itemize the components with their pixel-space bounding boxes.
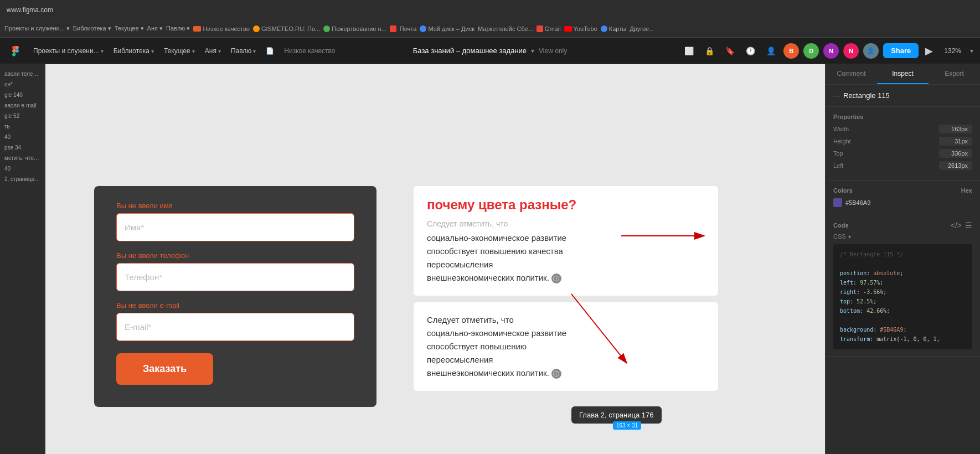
bookmark-10[interactable]: Мой диск – Диск: [420, 25, 474, 32]
element-name-section: — Rectangle 115: [826, 85, 980, 107]
lock-icon[interactable]: 🔒: [702, 44, 718, 58]
nav-current[interactable]: Текущее: [159, 45, 199, 57]
height-label: Height: [833, 138, 851, 145]
share-button[interactable]: Share: [883, 43, 919, 58]
bookmark-11[interactable]: Маркетплейс Сбе...: [478, 25, 533, 32]
code-expand-icon[interactable]: </>: [951, 221, 962, 230]
avatar-b: B: [783, 43, 799, 59]
zoom-chevron[interactable]: ▾: [970, 47, 973, 55]
card2-body: Следует отметить, что социально-экономич…: [427, 313, 705, 380]
play-button[interactable]: ▶: [923, 43, 935, 59]
layer-3[interactable]: gle 140: [0, 90, 45, 100]
bookmark-gmail-icon: [390, 25, 396, 32]
bookmark-12[interactable]: Gmail: [537, 25, 561, 32]
width-value: 163px: [939, 125, 972, 133]
layer-9[interactable]: метить, что с...: [0, 153, 45, 163]
phone-input[interactable]: [116, 263, 354, 291]
info-icon-2[interactable]: ⓘ: [551, 369, 561, 379]
bookmark-other[interactable]: Другое...: [630, 25, 654, 32]
bookmark-1[interactable]: Проекты и служени... ▾: [4, 25, 70, 32]
form-card: Вы не ввели имя Вы не ввели телефон Вы н…: [94, 186, 376, 407]
name-input[interactable]: [116, 213, 354, 241]
tab-comment[interactable]: Comment: [826, 64, 877, 84]
browser-url[interactable]: www.figma.com: [7, 6, 53, 14]
nav-anya[interactable]: Аня: [200, 45, 225, 57]
element-name: Rectangle 115: [843, 91, 890, 100]
left-value: 2613px: [939, 161, 972, 170]
bookmark-4[interactable]: Аня ▾: [147, 25, 163, 32]
layer-6[interactable]: ть: [0, 121, 45, 132]
code-list-icon[interactable]: ☰: [965, 221, 972, 230]
bookmark-13[interactable]: Карты: [601, 25, 626, 32]
zoom-level[interactable]: 132%: [940, 45, 966, 57]
error-phone-label: Вы не ввели телефон: [116, 251, 354, 260]
history-icon[interactable]: 🕐: [742, 44, 759, 58]
view-only-label: View only: [539, 47, 567, 55]
order-button[interactable]: Заказать: [116, 353, 213, 385]
colors-section: Colors Hex #5B46A9: [826, 180, 980, 214]
layer-10[interactable]: 40: [0, 163, 45, 174]
right-panel: Comment Inspect Export — Rectangle 115 P…: [825, 64, 980, 454]
avatar-n2: N: [843, 43, 859, 59]
top-label: Top: [833, 150, 843, 157]
layers-panel: аволи телефон он* gle 140 аволи e-mail g…: [0, 64, 45, 454]
canvas: Вы не ввели имя Вы не ввели телефон Вы н…: [45, 64, 825, 454]
tooltip-text: Глава 2, страница 176: [579, 411, 654, 419]
layer-7[interactable]: 40: [0, 132, 45, 142]
nav-projects[interactable]: Проекты и служени...: [29, 45, 108, 57]
size-badge: 163 × 31: [613, 421, 641, 430]
properties-title: Properties: [833, 114, 863, 120]
bookmark-3[interactable]: Текущее ▾: [115, 25, 144, 32]
bookmark-5[interactable]: Павлю ▾: [166, 25, 190, 32]
layer-2[interactable]: он*: [0, 79, 45, 90]
bookmark-9[interactable]: Почта: [400, 25, 417, 32]
properties-section: Properties Width 163px Height 31px Top 3…: [826, 107, 980, 180]
bookmark-6[interactable]: Низкое качество: [193, 25, 250, 32]
share-icon[interactable]: ⬜: [681, 44, 697, 58]
document-title: База знаний – домашнее задание: [413, 47, 527, 55]
code-selector[interactable]: CSS: [833, 233, 846, 240]
bookmark-youtube[interactable]: YouTube: [564, 25, 597, 32]
question-card: почему цвета разные? Следует отметить, ч…: [414, 186, 718, 296]
avatar-d: D: [803, 43, 819, 59]
layer-4[interactable]: аволи e-mail: [0, 100, 45, 111]
card1-body: социально-экономическое развитие способс…: [427, 231, 705, 285]
color-swatch[interactable]: [833, 198, 842, 207]
layer-1[interactable]: аволи телефон: [0, 69, 45, 79]
height-value: 31px: [939, 137, 972, 146]
code-section: Code </> ☰ CSS ▾ /* Rectangle 115 */ pos…: [826, 214, 980, 357]
email-input[interactable]: [116, 313, 354, 341]
bookmark-2[interactable]: Библиотека ▾: [73, 25, 111, 32]
avatar-n1: N: [823, 43, 839, 59]
layer-5[interactable]: gle 52: [0, 111, 45, 121]
hex-label: Hex: [961, 187, 972, 194]
bookmark-8[interactable]: Пожертвование н...: [323, 25, 386, 32]
nav-doc-icon: 📄: [261, 45, 278, 57]
width-label: Width: [833, 126, 849, 132]
error-email-label: Вы не ввели e-mail: [116, 301, 354, 309]
color-hex-value: #5B46A9: [845, 199, 972, 206]
nav-pavlu[interactable]: Павлю: [226, 45, 260, 57]
panel-tabs: Comment Inspect Export: [826, 64, 980, 85]
avatar-user[interactable]: 👤: [863, 43, 879, 59]
card1-blurred-label: Следует отметить, что: [427, 219, 705, 228]
layer-8[interactable]: рse 34: [0, 142, 45, 153]
colors-title: Colors: [833, 187, 853, 194]
left-label: Left: [833, 162, 843, 169]
error-name-label: Вы не ввели имя: [116, 202, 354, 210]
nav-low-quality[interactable]: Низкое качество: [280, 45, 339, 57]
tab-export[interactable]: Export: [929, 64, 980, 84]
code-title: Code: [833, 222, 849, 229]
nav-library[interactable]: Библиотека: [109, 45, 158, 57]
minus-icon: —: [833, 92, 840, 100]
tab-inspect[interactable]: Inspect: [877, 64, 929, 84]
question-text: почему цвета разные?: [427, 197, 705, 213]
code-dropdown-chevron[interactable]: ▾: [848, 234, 851, 240]
figma-logo[interactable]: [7, 42, 24, 60]
bookmark-7[interactable]: GISMETEO.RU: По...: [253, 25, 320, 32]
bookmark-icon[interactable]: 🔖: [722, 44, 738, 58]
code-block: /* Rectangle 115 */ position: absolute; …: [833, 244, 972, 349]
layer-11[interactable]: 2, страница 1...: [0, 174, 45, 184]
user-icon[interactable]: 👤: [763, 44, 779, 58]
info-icon-1[interactable]: ⓘ: [551, 274, 561, 283]
